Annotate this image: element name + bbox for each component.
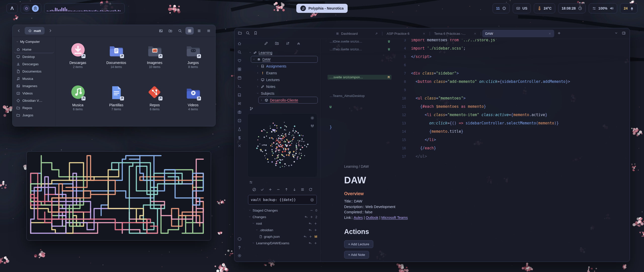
tab-dashboard[interactable]: Dashboard	[333, 30, 381, 37]
undo-action-icon[interactable]	[308, 228, 312, 232]
sidebar-section-title[interactable]: My Computer	[14, 39, 54, 46]
plus-action-icon[interactable]	[314, 228, 317, 232]
graph-settings-icon[interactable]	[310, 116, 314, 121]
menu-button[interactable]	[205, 27, 213, 35]
tree-item-daw[interactable]: DAW	[251, 56, 318, 63]
ribbon-dice-button[interactable]	[237, 119, 242, 124]
new-note-button[interactable]	[264, 41, 268, 46]
tab-asp-practice-6[interactable]: ASP Practice 6	[384, 30, 428, 37]
commit-message-input[interactable]: vault backup: {{date}}	[248, 195, 317, 205]
ribbon-flask-button[interactable]	[237, 127, 242, 132]
stage-all-button[interactable]	[268, 188, 272, 192]
git-item-changes[interactable]: Changes2	[248, 214, 317, 220]
ribbon-home-button[interactable]	[237, 42, 242, 47]
ribbon-search-button[interactable]	[237, 50, 242, 55]
sidebar-item-musica[interactable]: Musica	[14, 75, 54, 82]
ribbon-camera-button[interactable]	[237, 110, 242, 115]
pull-button[interactable]	[293, 188, 296, 192]
close-icon[interactable]	[474, 32, 476, 35]
sort-order-button[interactable]	[286, 41, 290, 46]
sidebar-item-videos[interactable]: Videos	[14, 90, 54, 97]
folder-tile-repos[interactable]: Repos6 items	[136, 82, 174, 124]
folder-tile-videos[interactable]: Videos4 items	[174, 82, 212, 124]
folder-tile-plantillas[interactable]: Plantillas7 items	[97, 82, 136, 124]
git-item-staged-changes[interactable]: Staged Changes0	[248, 207, 317, 214]
launcher-button[interactable]: Λ	[7, 4, 18, 13]
tab-list-button[interactable]	[614, 31, 618, 36]
keyboard-layout-module[interactable]: US	[513, 3, 531, 13]
note-link-aules[interactable]: Aules	[354, 216, 363, 220]
ribbon-vault-button[interactable]	[237, 237, 242, 242]
commit-button[interactable]	[260, 188, 264, 192]
sliders-icon[interactable]	[245, 179, 320, 185]
sidebar-item-imagenes[interactable]: Imagenes	[14, 82, 54, 90]
list-view-button[interactable]	[195, 27, 203, 35]
volume-module[interactable]: 100%	[589, 3, 617, 13]
updates-module[interactable]: 11	[493, 3, 510, 13]
search-button[interactable]	[176, 27, 184, 35]
ribbon-calendar-button[interactable]	[237, 76, 242, 81]
folder-tile-descargas[interactable]: Descargas2 items	[59, 40, 97, 82]
back-button[interactable]	[15, 27, 23, 35]
breadcrumb[interactable]: matt	[25, 27, 45, 35]
pin-icon[interactable]	[375, 32, 378, 35]
bookmarks-view-button[interactable]	[254, 31, 258, 36]
folder-tile-musica[interactable]: Musica6 items	[59, 82, 97, 124]
folder-tile-juegos[interactable]: Juegos8 items	[174, 40, 212, 82]
plus-action-icon[interactable]	[310, 215, 313, 219]
push-button[interactable]	[285, 188, 288, 192]
sidebar-item-descargas[interactable]: Descargas	[14, 60, 54, 68]
ribbon-book-button[interactable]	[237, 93, 242, 98]
grid-view-button[interactable]	[185, 27, 194, 35]
git-item-graph-json[interactable]: graph.jsonM	[248, 233, 317, 240]
-add-note-button[interactable]: + Add Note	[344, 251, 369, 259]
sidebar-item-documentos[interactable]: Documentos	[14, 68, 54, 75]
new-folder-button[interactable]	[275, 41, 279, 46]
plus-action-icon[interactable]	[314, 242, 317, 245]
tab-tema-6-pr-cticas-[interactable]: Tema 6 Prácticas -…	[431, 30, 479, 37]
tree-item-exams[interactable]: !Exams	[255, 70, 318, 76]
git-item-root[interactable]: root	[248, 220, 317, 227]
refresh-button[interactable]	[309, 188, 312, 192]
git-branch-icon[interactable]	[245, 104, 320, 111]
weather-module[interactable]: 24°C	[534, 3, 555, 13]
close-icon[interactable]	[548, 32, 551, 35]
tab-daw[interactable]: DAW	[482, 30, 554, 37]
tree-item-lectures[interactable]: Lectures	[255, 76, 318, 83]
ribbon-dollar-button[interactable]: $	[237, 136, 242, 140]
tree-item-desarrollo-cliente[interactable]: Desarrollo-Cliente	[258, 97, 318, 104]
gallery-button[interactable]	[157, 27, 165, 35]
ribbon-unlink-button[interactable]	[237, 101, 242, 107]
undo-action-icon[interactable]	[303, 235, 307, 238]
git-item-learning-daw-exams[interactable]: Learning/DAW/Exams	[248, 240, 317, 246]
split-layout-button[interactable]	[622, 31, 626, 36]
notes-icon[interactable]	[32, 5, 39, 12]
tree-item-subjects[interactable]: Subjects	[255, 90, 318, 97]
close-icon[interactable]	[423, 32, 425, 35]
new-folder-button[interactable]	[166, 27, 175, 35]
minus-action-icon[interactable]	[310, 209, 313, 212]
folder-tile-imagenes[interactable]: Imagenes10 items	[136, 40, 174, 82]
tree-item-assignments[interactable]: Assignments	[255, 63, 318, 70]
-add-lecture-button[interactable]: + Add Lecture	[344, 240, 373, 248]
files-view-button[interactable]	[238, 31, 242, 36]
clock-module[interactable]: 18:08:28	[558, 3, 586, 13]
ribbon-heart-button[interactable]	[237, 59, 242, 64]
note-link-outlook[interactable]: Outlook	[366, 216, 378, 220]
notifications-module[interactable]: 24	[620, 3, 637, 13]
undo-action-icon[interactable]	[304, 215, 308, 219]
ribbon-help-button[interactable]: ?	[237, 246, 242, 250]
plus-action-icon[interactable]	[314, 222, 317, 225]
note-link-microsoft-teams[interactable]: Microsoft Teams	[381, 216, 408, 220]
sidebar-item-home[interactable]: Home	[14, 46, 54, 53]
tree-item-learning[interactable]: Learning	[247, 49, 318, 56]
change-list-button[interactable]	[301, 188, 304, 192]
discard-button[interactable]	[252, 188, 256, 192]
ribbon-x-button[interactable]	[237, 144, 242, 149]
clear-icon[interactable]	[310, 198, 314, 202]
new-tab-button[interactable]	[557, 31, 561, 36]
sidebar-item-repos[interactable]: Repos	[14, 104, 54, 112]
git-item--obsidian[interactable]: .obsidian	[248, 227, 317, 233]
sidebar-item-juegos[interactable]: Juegos	[14, 112, 54, 119]
unstage-all-button[interactable]	[276, 188, 280, 192]
